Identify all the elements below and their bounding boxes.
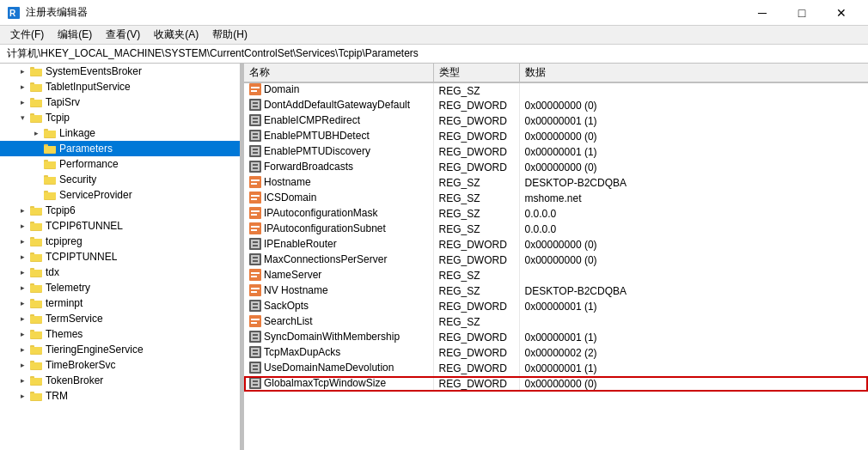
svg-rect-72 — [251, 100, 260, 109]
tree-item-TimeBrokerSvc[interactable]: ▸ TimeBrokerSvc — [0, 357, 240, 373]
table-row[interactable]: DomainREG_SZ — [244, 82, 868, 98]
sz-icon: SearchList — [249, 315, 313, 327]
cell-data: 0x00000000 (0) — [519, 376, 868, 392]
folder-icon — [29, 112, 43, 124]
table-row[interactable]: IPAutoconfigurationMaskREG_SZ0.0.0.0 — [244, 206, 868, 222]
table-row[interactable]: HostnameREG_SZDESKTOP-B2CDQBA — [244, 175, 868, 191]
folder-icon — [29, 374, 43, 386]
tree-item-TCPIP6TUNNEL[interactable]: ▸ TCPIP6TUNNEL — [0, 218, 240, 234]
tree-item-label: TimeBrokerSvc — [46, 359, 116, 371]
svg-rect-10 — [30, 100, 42, 106]
table-row[interactable]: DontAddDefaultGatewayDefaultREG_DWORD0x0… — [244, 98, 868, 113]
table-row[interactable]: EnablePMTUBHDetectREG_DWORD0x00000000 (0… — [244, 129, 868, 144]
cell-type: REG_SZ — [433, 175, 519, 191]
registry-table-container[interactable]: 名称 类型 数据 DomainREG_SZ DontAddDefaultGate… — [244, 64, 868, 450]
tree-panel[interactable]: ▸ SystemEventsBroker▸ TabletInputService… — [0, 64, 241, 450]
cell-name: DontAddDefaultGatewayDefault — [244, 98, 433, 113]
cell-name: SyncDomainWithMembership — [244, 330, 433, 345]
tree-item-terminpt[interactable]: ▸ terminpt — [0, 295, 240, 311]
table-row[interactable]: UseDomainNameDevolutionREG_DWORD0x000000… — [244, 361, 868, 376]
table-row[interactable]: IPEnableRouterREG_DWORD0x00000000 (0) — [244, 237, 868, 252]
svg-rect-135 — [253, 368, 258, 370]
cell-type: REG_DWORD — [433, 160, 519, 175]
svg-rect-85 — [253, 149, 258, 150]
menu-help[interactable]: 帮助(H) — [205, 26, 254, 44]
svg-rect-126 — [253, 334, 258, 336]
tree-item-label: TokenBroker — [46, 374, 103, 386]
tree-item-Tcpip6[interactable]: ▸ Tcpip6 — [0, 203, 240, 218]
tree-item-Tcpip[interactable]: ▾ Tcpip — [0, 110, 240, 125]
table-row[interactable]: EnableICMPRedirectREG_DWORD0x00000001 (1… — [244, 113, 868, 129]
tree-item-TabletInputService[interactable]: ▸ TabletInputService — [0, 79, 240, 94]
table-row[interactable]: SyncDomainWithMembershipREG_DWORD0x00000… — [244, 330, 868, 345]
tree-item-tdx[interactable]: ▸ tdx — [0, 265, 240, 280]
table-row[interactable]: SearchListREG_SZ — [244, 314, 868, 330]
expand-icon: ▸ — [15, 204, 29, 217]
svg-rect-91 — [249, 176, 261, 188]
tree-item-Performance[interactable]: Performance — [0, 156, 240, 172]
expand-icon: ▸ — [15, 64, 29, 78]
tree-item-TCPIPTUNNEL[interactable]: ▸ TCPIPTUNNEL — [0, 249, 240, 265]
tree-item-label: TCPIPTUNNEL — [46, 251, 117, 263]
cell-type: REG_SZ — [433, 268, 519, 283]
close-button[interactable]: ✕ — [822, 0, 861, 26]
folder-icon — [29, 65, 43, 77]
svg-rect-109 — [253, 257, 258, 258]
tree-item-TermService[interactable]: ▸ TermService — [0, 311, 240, 326]
table-row[interactable]: ICSDomainREG_SZmshome.net — [244, 191, 868, 206]
table-row[interactable]: IPAutoconfigurationSubnetREG_SZ0.0.0.0 — [244, 222, 868, 237]
main-area: ▸ SystemEventsBroker▸ TabletInputService… — [0, 64, 868, 450]
table-row[interactable]: NV HostnameREG_SZDESKTOP-B2CDQBA — [244, 283, 868, 299]
table-row[interactable]: MaxConnectionsPerServerREG_DWORD0x000000… — [244, 252, 868, 268]
svg-rect-116 — [251, 291, 257, 293]
svg-rect-25 — [44, 177, 56, 184]
svg-rect-28 — [44, 192, 56, 199]
cell-name: ICSDomain — [244, 191, 433, 206]
cell-data — [519, 268, 868, 283]
svg-rect-105 — [253, 241, 258, 243]
table-row[interactable]: EnablePMTUDiscoveryREG_DWORD0x00000001 (… — [244, 144, 868, 160]
menubar: 文件(F) 编辑(E) 查看(V) 收藏夹(A) 帮助(H) — [0, 26, 868, 45]
cell-name: MaxConnectionsPerServer — [244, 252, 433, 268]
table-row[interactable]: SackOptsREG_DWORD0x00000001 (1) — [244, 299, 868, 314]
cell-data: 0x00000000 (0) — [519, 160, 868, 175]
tree-item-SystemEventsBroker[interactable]: ▸ SystemEventsBroker — [0, 64, 240, 79]
table-row[interactable]: TcpMaxDupAcksREG_DWORD0x00000002 (2) — [244, 345, 868, 361]
menu-favorites[interactable]: 收藏夹(A) — [147, 26, 205, 44]
svg-rect-115 — [251, 288, 260, 289]
svg-rect-74 — [253, 106, 258, 107]
svg-rect-95 — [251, 195, 260, 197]
expand-icon: ▸ — [15, 281, 29, 295]
tree-item-tcpipreg[interactable]: ▸ tcpipreg — [0, 234, 240, 249]
tree-item-Parameters[interactable]: Parameters — [0, 141, 240, 156]
tree-item-Linkage[interactable]: ▸ Linkage — [0, 125, 240, 141]
svg-rect-4 — [30, 69, 42, 76]
table-row[interactable]: NameServerREG_SZ — [244, 268, 868, 283]
menu-file[interactable]: 文件(F) — [3, 26, 51, 44]
tree-item-Telemetry[interactable]: ▸ Telemetry — [0, 280, 240, 295]
svg-rect-82 — [253, 137, 258, 138]
dword-icon: GlobalmaxTcpWindowSize — [249, 377, 386, 389]
tree-item-Themes[interactable]: ▸ Themes — [0, 326, 240, 342]
tree-item-TRM[interactable]: ▸ TRM — [0, 388, 240, 404]
svg-rect-113 — [251, 276, 257, 277]
svg-rect-37 — [30, 239, 42, 246]
folder-icon — [29, 282, 43, 294]
menu-edit[interactable]: 编辑(E) — [51, 26, 99, 44]
tree-item-ServiceProvider[interactable]: ServiceProvider — [0, 187, 240, 203]
table-row[interactable]: ForwardBroadcastsREG_DWORD0x00000000 (0) — [244, 160, 868, 175]
expand-icon: ▸ — [15, 80, 29, 94]
maximize-button[interactable]: □ — [782, 0, 822, 26]
tree-item-TieringEngineService[interactable]: ▸ TieringEngineService — [0, 342, 240, 357]
svg-rect-68 — [249, 83, 261, 95]
svg-rect-130 — [253, 350, 258, 351]
svg-rect-123 — [251, 322, 257, 324]
minimize-button[interactable]: ─ — [743, 0, 782, 26]
tree-item-TapiSrv[interactable]: ▸ TapiSrv — [0, 94, 240, 110]
folder-icon — [43, 143, 57, 155]
menu-view[interactable]: 查看(V) — [99, 26, 147, 44]
tree-item-Security[interactable]: Security — [0, 172, 240, 187]
expand-icon: ▸ — [15, 374, 29, 387]
table-row[interactable]: GlobalmaxTcpWindowSizeREG_DWORD0x0000000… — [244, 376, 868, 392]
tree-item-TokenBroker[interactable]: ▸ TokenBroker — [0, 373, 240, 388]
